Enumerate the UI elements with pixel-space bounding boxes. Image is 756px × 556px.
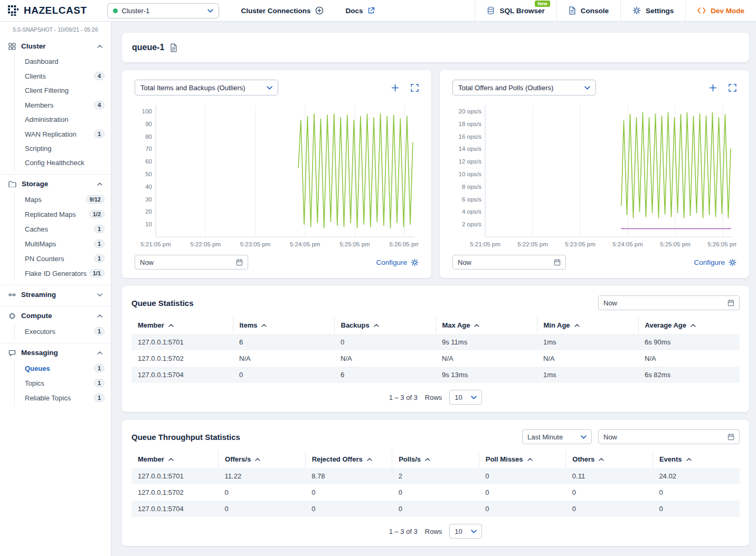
item-label: MultiMaps (25, 240, 56, 248)
item-label: Topics (25, 379, 44, 387)
item-label: Executors (25, 328, 55, 335)
cell: 6 (334, 367, 436, 383)
sidebar-item-reliable-topics[interactable]: Reliable Topics1 (15, 390, 105, 405)
dev-mode-button[interactable]: Dev Mode (685, 0, 756, 21)
sidebar-item-executors[interactable]: Executors1 (15, 324, 105, 339)
chart-date-picker[interactable]: Now (135, 255, 248, 270)
sidebar-item-maps[interactable]: Maps9/12 (15, 192, 105, 207)
sidebar-section-header-storage[interactable]: Storage (0, 176, 111, 192)
sidebar-item-scripting[interactable]: Scripting (15, 141, 105, 156)
sort-asc-icon[interactable] (168, 324, 174, 327)
section-label: Compute (21, 312, 52, 320)
sort-asc-icon[interactable] (261, 324, 267, 327)
rows-label: Rows (425, 528, 442, 535)
sidebar-section-header-messaging[interactable]: Messaging (0, 344, 111, 361)
sidebar-item-members[interactable]: Members4 (15, 98, 105, 112)
sort-asc-icon[interactable] (374, 324, 379, 327)
queue-throughput-statistics-card: Queue Throughput Statistics Last Minute … (122, 420, 749, 546)
add-chart-icon[interactable] (709, 84, 717, 92)
table-row[interactable]: 127.0.0.1:5702N/AN/AN/AN/AN/A (131, 350, 740, 367)
fullscreen-icon[interactable] (411, 84, 419, 92)
period-select[interactable]: Last Minute (522, 429, 592, 444)
docs-link[interactable]: Docs (346, 0, 375, 21)
svg-text:40: 40 (145, 184, 152, 190)
page-size-select[interactable]: 10 (449, 524, 482, 539)
sort-asc-icon[interactable] (168, 458, 174, 461)
cell: N/A (233, 350, 334, 367)
sidebar-item-wan-replication[interactable]: WAN Replication1 (15, 127, 105, 141)
sort-asc-icon[interactable] (474, 324, 479, 327)
sidebar-item-clients[interactable]: Clients4 (15, 69, 105, 83)
count-badge: 1 (94, 254, 105, 263)
sort-asc-icon[interactable] (527, 458, 533, 461)
sort-asc-icon[interactable] (574, 324, 580, 327)
add-chart-icon[interactable] (391, 84, 399, 92)
console-button[interactable]: Console (556, 0, 620, 21)
add-cluster-connection-icon[interactable] (315, 6, 324, 15)
metric-selector[interactable]: Total Items and Backups (Outliers) (135, 80, 278, 95)
fullscreen-icon[interactable] (729, 84, 736, 92)
console-label: Console (581, 7, 609, 15)
chevron-down-icon (471, 396, 477, 399)
svg-text:5:24:05 pm: 5:24:05 pm (612, 241, 643, 247)
topbar-actions: New SQL Browser Console Settings Dev Mod… (475, 0, 756, 21)
cell: 1ms (537, 367, 638, 383)
count-badge: 1 (94, 394, 105, 402)
item-label: Flake ID Generators (25, 270, 87, 277)
sql-browser-button[interactable]: New SQL Browser (475, 0, 556, 21)
sidebar-item-pn-counters[interactable]: PN Counters1 (15, 251, 105, 266)
sidebar-item-client-filtering[interactable]: Client Filtering (15, 83, 105, 98)
configure-label: Configure (694, 258, 725, 266)
sidebar-item-topics[interactable]: Topics1 (15, 376, 105, 390)
table-row[interactable]: 127.0.0.1:5702000000 (131, 484, 740, 501)
sort-asc-icon[interactable] (367, 458, 372, 461)
sidebar-section-header-cluster[interactable]: Cluster (0, 38, 111, 54)
table-row[interactable]: 127.0.0.1:5701609s 11ms1ms6s 90ms (131, 334, 740, 350)
cell: 11.22 (219, 468, 306, 484)
page-size-select[interactable]: 10 (449, 390, 482, 405)
stats-date-picker[interactable]: Now (598, 295, 740, 310)
sidebar-item-queues[interactable]: Queues1 (15, 361, 105, 376)
sort-asc-icon[interactable] (691, 324, 696, 327)
stats-date-picker[interactable]: Now (598, 429, 740, 444)
sort-asc-icon[interactable] (686, 458, 692, 461)
sort-asc-icon[interactable] (599, 458, 604, 461)
sidebar-item-config-healthcheck[interactable]: Config Healthcheck (15, 156, 105, 170)
sidebar-section-header-streaming[interactable]: Streaming (0, 286, 111, 303)
sidebar-item-administration[interactable]: Administration (15, 112, 105, 127)
table-row[interactable]: 127.0.0.1:5704000000 (131, 501, 740, 517)
topbar: HAZELCAST Cluster-1 Cluster Connections … (0, 0, 756, 22)
column-header: Member (138, 321, 164, 329)
hazelcast-logo: HAZELCAST (0, 0, 94, 21)
sidebar-item-flake-id-generators[interactable]: Flake ID Generators1/1 (15, 266, 105, 281)
column-header: Others (572, 455, 594, 463)
configure-link[interactable]: Configure (694, 258, 736, 266)
cell: N/A (537, 350, 638, 367)
sidebar-item-caches[interactable]: Caches1 (15, 222, 105, 236)
settings-button[interactable]: Settings (620, 0, 685, 21)
queue-doc-icon[interactable] (170, 43, 177, 52)
sidebar-item-dashboard[interactable]: Dashboard (15, 54, 105, 69)
cell: 6s 82ms (638, 367, 740, 383)
table-row[interactable]: 127.0.0.1:5704069s 13ms1ms6s 82ms (131, 367, 740, 383)
svg-text:5:21:05 pm: 5:21:05 pm (140, 241, 171, 247)
configure-link[interactable]: Configure (376, 258, 419, 266)
rows-label: Rows (425, 394, 442, 401)
metric-selector[interactable]: Total Offers and Polls (Outliers) (452, 80, 596, 95)
sidebar-section-header-compute[interactable]: Compute (0, 308, 111, 324)
sidebar-item-multimaps[interactable]: MultiMaps1 (15, 236, 105, 251)
cluster-selector[interactable]: Cluster-1 (107, 3, 219, 18)
table-row[interactable]: 127.0.0.1:570111.228.78200.1124.02 (131, 468, 740, 484)
cell: 0 (334, 334, 436, 350)
streaming-icon (8, 291, 16, 299)
cluster-connections-link[interactable]: Cluster Connections (241, 0, 324, 21)
item-label: Dashboard (25, 57, 59, 65)
sort-asc-icon[interactable] (425, 458, 430, 461)
cell: 0 (566, 501, 653, 517)
cell-member: 127.0.0.1:5702 (131, 484, 219, 501)
sort-asc-icon[interactable] (255, 458, 260, 461)
sidebar-item-replicated-maps[interactable]: Replicated Maps1/2 (15, 207, 105, 222)
items-backups-line-chart: 5:21:05 pm5:22:05 pm5:23:05 pm5:24:05 pm… (135, 100, 419, 253)
svg-text:18 ops/s: 18 ops/s (459, 121, 482, 127)
chart-date-picker[interactable]: Now (452, 255, 566, 270)
